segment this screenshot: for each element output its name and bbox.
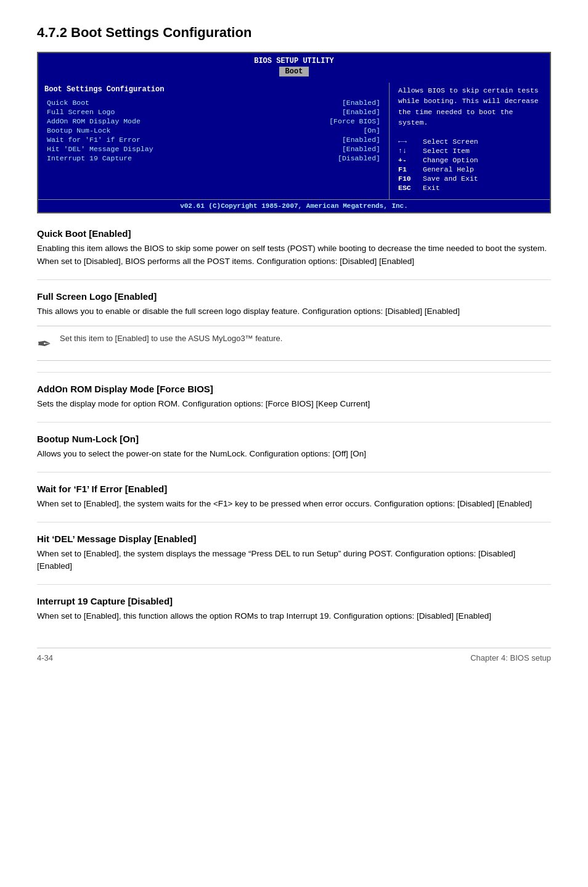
bios-header-title: BIOS SETUP UTILITY bbox=[254, 57, 334, 65]
section-heading-quick-boot: Quick Boot [Enabled] bbox=[37, 228, 551, 239]
bios-active-tab[interactable]: Boot bbox=[279, 67, 309, 76]
section-interrupt-19: Interrupt 19 Capture [Disabled]When set … bbox=[37, 596, 551, 623]
bios-legend-key: +- bbox=[398, 156, 423, 164]
bios-legend-item: F10Save and Exit bbox=[398, 175, 544, 183]
bios-footer: v02.61 (C)Copyright 1985-2007, American … bbox=[38, 199, 550, 212]
footer-page-number: 4-34 bbox=[37, 653, 53, 662]
bios-menu-item[interactable]: Bootup Num-Lock[On] bbox=[44, 126, 383, 134]
bios-menu-item[interactable]: Interrupt 19 Capture[Disabled] bbox=[44, 154, 383, 162]
bios-legend-desc: Select Screen bbox=[423, 138, 478, 146]
bios-screen: BIOS SETUP UTILITY Boot Boot Settings Co… bbox=[37, 52, 551, 213]
section-divider bbox=[37, 372, 551, 373]
bios-item-value: [Enabled] bbox=[342, 136, 380, 144]
bios-menu-item[interactable]: AddOn ROM Display Mode[Force BIOS] bbox=[44, 117, 383, 125]
section-heading-wait-f1: Wait for ‘F1’ If Error [Enabled] bbox=[37, 484, 551, 494]
bios-legend-item: ↑↓Select Item bbox=[398, 147, 544, 155]
section-body-quick-boot: Enabling this item allows the BIOS to sk… bbox=[37, 242, 551, 268]
footer-chapter: Chapter 4: BIOS setup bbox=[470, 653, 551, 662]
section-heading-addon-rom: AddOn ROM Display Mode [Force BIOS] bbox=[37, 384, 551, 394]
bios-legend-desc: General Help bbox=[423, 165, 474, 173]
note-text: Set this item to [Enabled] to use the AS… bbox=[60, 332, 282, 345]
page-title: 4.7.2 Boot Settings Configuration bbox=[37, 25, 551, 41]
section-full-screen-logo: Full Screen Logo [Enabled]This allows yo… bbox=[37, 291, 551, 361]
bios-menu-item[interactable]: Full Screen Logo[Enabled] bbox=[44, 108, 383, 116]
bios-item-label: Hit 'DEL' Message Display bbox=[47, 145, 153, 153]
bios-legend: ←→Select Screen↑↓Select Item+-Change Opt… bbox=[398, 138, 544, 192]
section-body-full-screen-logo: This allows you to enable or disable the… bbox=[37, 305, 551, 318]
bios-item-value: [Disabled] bbox=[338, 154, 380, 162]
section-heading-full-screen-logo: Full Screen Logo [Enabled] bbox=[37, 291, 551, 302]
bios-menu-item[interactable]: Wait for 'F1' if Error[Enabled] bbox=[44, 136, 383, 144]
section-divider bbox=[37, 279, 551, 280]
section-divider bbox=[37, 522, 551, 522]
bios-item-label: Bootup Num-Lock bbox=[47, 126, 111, 134]
bios-item-label: Full Screen Logo bbox=[47, 108, 115, 116]
bios-item-value: [Enabled] bbox=[342, 99, 380, 107]
bios-menu-item[interactable]: Quick Boot[Enabled] bbox=[44, 99, 383, 107]
section-bootup-numlock: Bootup Num-Lock [On]Allows you to select… bbox=[37, 434, 551, 461]
bios-legend-key: F10 bbox=[398, 175, 423, 183]
bios-legend-item: ←→Select Screen bbox=[398, 138, 544, 146]
bios-item-label: Quick Boot bbox=[47, 99, 89, 107]
section-hit-del: Hit ‘DEL’ Message Display [Enabled]When … bbox=[37, 534, 551, 574]
bios-legend-key: F1 bbox=[398, 165, 423, 173]
bios-left-panel: Boot Settings Configuration Quick Boot[E… bbox=[38, 83, 390, 199]
bios-item-value: [On] bbox=[363, 126, 380, 134]
bios-item-value: [Enabled] bbox=[342, 145, 380, 153]
section-divider bbox=[37, 472, 551, 472]
bios-help-text: Allows BIOS to skip certain tests while … bbox=[398, 85, 544, 128]
section-body-hit-del: When set to [Enabled], the system displa… bbox=[37, 548, 551, 574]
bios-item-value: [Enabled] bbox=[342, 108, 380, 116]
bios-legend-key: ←→ bbox=[398, 138, 423, 146]
bios-legend-item: +-Change Option bbox=[398, 156, 544, 164]
bios-item-label: Wait for 'F1' if Error bbox=[47, 136, 141, 144]
section-body-wait-f1: When set to [Enabled], the system waits … bbox=[37, 498, 551, 511]
bios-menu-item[interactable]: Hit 'DEL' Message Display[Enabled] bbox=[44, 145, 383, 153]
bios-body: Boot Settings Configuration Quick Boot[E… bbox=[38, 79, 550, 199]
section-addon-rom: AddOn ROM Display Mode [Force BIOS]Sets … bbox=[37, 384, 551, 411]
section-heading-interrupt-19: Interrupt 19 Capture [Disabled] bbox=[37, 596, 551, 606]
section-wait-f1: Wait for ‘F1’ If Error [Enabled]When set… bbox=[37, 484, 551, 511]
bios-item-label: AddOn ROM Display Mode bbox=[47, 117, 141, 125]
section-quick-boot: Quick Boot [Enabled]Enabling this item a… bbox=[37, 228, 551, 268]
bios-menu: Quick Boot[Enabled]Full Screen Logo[Enab… bbox=[44, 99, 383, 162]
note-box: ✒ Set this item to [Enabled] to use the … bbox=[37, 326, 551, 361]
bios-item-value: [Force BIOS] bbox=[329, 117, 380, 125]
bios-legend-item: F1General Help bbox=[398, 165, 544, 173]
section-divider bbox=[37, 422, 551, 423]
section-body-addon-rom: Sets the display mode for option ROM. Co… bbox=[37, 398, 551, 411]
bios-section-title: Boot Settings Configuration bbox=[44, 85, 383, 94]
bios-legend-key: ↑↓ bbox=[398, 147, 423, 155]
note-icon: ✒ bbox=[37, 334, 51, 354]
bios-tab-row: Boot bbox=[38, 67, 550, 79]
bios-legend-desc: Change Option bbox=[423, 156, 478, 164]
page-footer: 4-34 Chapter 4: BIOS setup bbox=[37, 648, 551, 662]
bios-item-label: Interrupt 19 Capture bbox=[47, 154, 132, 162]
bios-legend-desc: Exit bbox=[423, 184, 440, 192]
bios-legend-desc: Select Item bbox=[423, 147, 470, 155]
section-divider bbox=[37, 584, 551, 585]
section-body-interrupt-19: When set to [Enabled], this function all… bbox=[37, 610, 551, 623]
content-sections: Quick Boot [Enabled]Enabling this item a… bbox=[37, 228, 551, 623]
bios-legend-key: ESC bbox=[398, 184, 423, 192]
bios-legend-item: ESCExit bbox=[398, 184, 544, 192]
bios-legend-desc: Save and Exit bbox=[423, 175, 478, 183]
section-body-bootup-numlock: Allows you to select the power-on state … bbox=[37, 448, 551, 461]
section-heading-bootup-numlock: Bootup Num-Lock [On] bbox=[37, 434, 551, 444]
section-heading-hit-del: Hit ‘DEL’ Message Display [Enabled] bbox=[37, 534, 551, 544]
bios-header: BIOS SETUP UTILITY bbox=[38, 53, 550, 67]
bios-right-panel: Allows BIOS to skip certain tests while … bbox=[390, 83, 550, 199]
